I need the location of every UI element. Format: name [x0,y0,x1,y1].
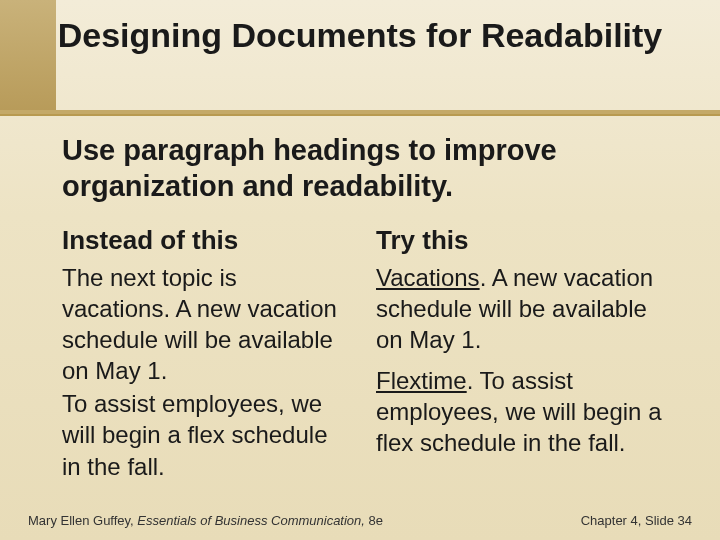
column-try: Try this Vacations. A new vacation sched… [376,225,664,484]
column-heading-right: Try this [376,225,664,256]
runin-heading-vacations: Vacations [376,264,480,291]
slide-content: Use paragraph headings to improve organi… [0,114,720,484]
column-instead: Instead of this The next topic is vacati… [62,225,350,484]
right-paragraph-1: Vacations. A new vacation schedule will … [376,262,664,356]
footer-edition: 8e [369,513,383,528]
column-body-right: Vacations. A new vacation schedule will … [376,262,664,459]
footer-author: Mary Ellen Guffey, [28,513,137,528]
slide-subtitle: Use paragraph headings to improve organi… [62,132,664,205]
left-paragraph-1: The next topic is vacations. A new vacat… [62,262,350,387]
footer-citation: Mary Ellen Guffey, Essentials of Busines… [28,513,383,528]
runin-heading-flextime: Flextime [376,367,467,394]
column-body-left: The next topic is vacations. A new vacat… [62,262,350,482]
footer-page-ref: Chapter 4, Slide 34 [581,513,692,528]
left-paragraph-2: To assist employees, we will begin a fle… [62,388,350,482]
comparison-columns: Instead of this The next topic is vacati… [62,225,664,484]
slide-footer: Mary Ellen Guffey, Essentials of Busines… [28,513,692,528]
column-heading-left: Instead of this [62,225,350,256]
right-paragraph-2: Flextime. To assist employees, we will b… [376,365,664,459]
footer-book-title: Essentials of Business Communication, [137,513,368,528]
title-divider-thin [0,114,720,116]
slide-title: Designing Documents for Readability [0,14,720,57]
